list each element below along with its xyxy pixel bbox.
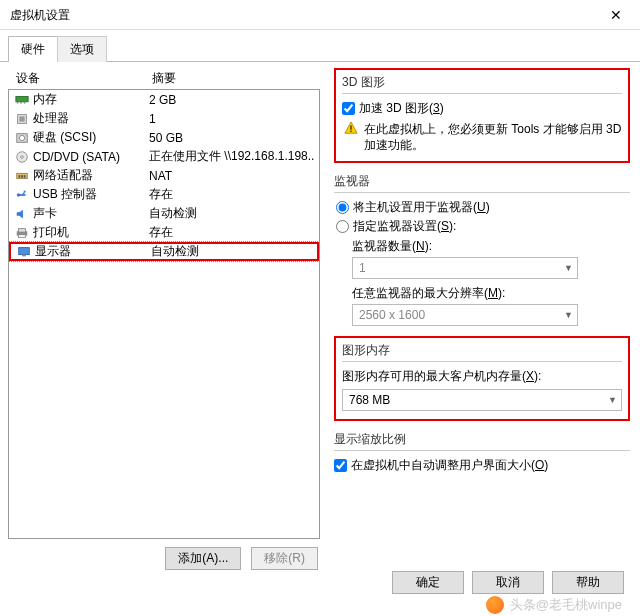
display-icon [17, 245, 35, 259]
remove-button: 移除(R) [251, 547, 318, 570]
3d-warning-text: 在此虚拟机上，您必须更新 Tools 才能够启用 3D 加速功能。 [364, 121, 622, 153]
cancel-button[interactable]: 取消 [472, 571, 544, 594]
chevron-down-icon: ▼ [564, 310, 573, 320]
memory-icon [15, 93, 33, 107]
tabs: 硬件 选项 [8, 36, 640, 62]
chevron-down-icon: ▼ [608, 395, 617, 405]
auto-resize-checkbox[interactable]: 在虚拟机中自动调整用户界面大小(O) [334, 457, 630, 474]
watermark-icon [486, 596, 504, 614]
svg-rect-1 [17, 101, 19, 103]
accelerate-3d-checkbox[interactable]: 加速 3D 图形(3) [342, 100, 622, 117]
gmem-select[interactable]: 768 MB ▼ [342, 389, 622, 411]
watermark-text: 头条@老毛桃winpe [510, 596, 622, 614]
hardware-header: 设备 摘要 [8, 68, 320, 89]
hardware-panel: 设备 摘要 内存 2 GB 处理器 1 硬盘 (SCSI) 50 GB CD/D… [8, 68, 320, 570]
svg-rect-22 [350, 131, 351, 132]
group-3d-graphics: 3D 图形 加速 3D 图形(3) 在此虚拟机上，您必须更新 Tools 才能够… [334, 68, 630, 163]
group-graphics-memory: 图形内存 图形内存可用的最大客户机内存量(X): 768 MB ▼ [334, 336, 630, 421]
hardware-buttons: 添加(A)... 移除(R) [8, 547, 318, 570]
watermark: 头条@老毛桃winpe [486, 596, 622, 614]
chevron-down-icon: ▼ [564, 263, 573, 273]
ok-button[interactable]: 确定 [392, 571, 464, 594]
hw-disk[interactable]: 硬盘 (SCSI) 50 GB [9, 128, 319, 147]
hw-sound[interactable]: 声卡 自动检测 [9, 204, 319, 223]
window-title: 虚拟机设置 [10, 0, 70, 30]
svg-rect-12 [21, 175, 23, 178]
svg-rect-15 [24, 190, 26, 192]
content: 设备 摘要 内存 2 GB 处理器 1 硬盘 (SCSI) 50 GB CD/D… [0, 62, 640, 570]
usb-icon [15, 188, 33, 202]
hw-printer[interactable]: 打印机 存在 [9, 223, 319, 242]
group-gmem-title: 图形内存 [342, 342, 622, 361]
group-3d-title: 3D 图形 [342, 74, 622, 93]
tab-hardware[interactable]: 硬件 [8, 36, 58, 62]
cd-icon [15, 150, 33, 164]
hw-usb[interactable]: USB 控制器 存在 [9, 185, 319, 204]
radio-specify[interactable]: 指定监视器设置(S): [336, 218, 630, 235]
svg-rect-17 [19, 228, 26, 232]
col-device: 设备 [16, 70, 152, 87]
monitor-count-select: 1 ▼ [352, 257, 578, 279]
help-button[interactable]: 帮助 [552, 571, 624, 594]
tab-options[interactable]: 选项 [57, 36, 107, 62]
svg-point-7 [19, 135, 24, 140]
titlebar: 虚拟机设置 ✕ [0, 0, 640, 30]
hw-display[interactable]: 显示器 自动检测 [9, 242, 319, 261]
group-zoom-title: 显示缩放比例 [334, 431, 630, 450]
disk-icon [15, 131, 33, 145]
svg-rect-13 [24, 175, 26, 178]
printer-icon [15, 226, 33, 240]
cpu-icon [15, 112, 33, 126]
monitor-maxres-select: 2560 x 1600 ▼ [352, 304, 578, 326]
svg-rect-18 [19, 234, 26, 237]
close-icon[interactable]: ✕ [596, 0, 636, 30]
monitor-count-row: 监视器数量(N): 1 ▼ [352, 238, 630, 279]
group-monitors-title: 监视器 [334, 173, 630, 192]
hw-network[interactable]: 网络适配器 NAT [9, 166, 319, 185]
svg-rect-20 [22, 254, 26, 256]
add-button[interactable]: 添加(A)... [165, 547, 241, 570]
svg-rect-2 [20, 101, 22, 103]
hw-cpu[interactable]: 处理器 1 [9, 109, 319, 128]
group-monitors: 监视器 将主机设置用于监视器(U) 指定监视器设置(S): 监视器数量(N): … [334, 173, 630, 326]
3d-warning: 在此虚拟机上，您必须更新 Tools 才能够启用 3D 加速功能。 [342, 121, 622, 153]
hardware-list: 内存 2 GB 处理器 1 硬盘 (SCSI) 50 GB CD/DVD (SA… [8, 89, 320, 539]
settings-panel: 3D 图形 加速 3D 图形(3) 在此虚拟机上，您必须更新 Tools 才能够… [334, 68, 630, 570]
svg-rect-0 [16, 96, 28, 101]
radio-use-host[interactable]: 将主机设置用于监视器(U) [336, 199, 630, 216]
gmem-label: 图形内存可用的最大客户机内存量(X): [342, 368, 622, 385]
hw-cddvd[interactable]: CD/DVD (SATA) 正在使用文件 \\192.168.1.198... [9, 147, 319, 166]
hw-memory[interactable]: 内存 2 GB [9, 90, 319, 109]
svg-rect-11 [19, 175, 21, 178]
warning-icon [344, 121, 358, 135]
sound-icon [15, 207, 33, 221]
svg-rect-3 [24, 101, 26, 103]
group-zoom: 显示缩放比例 在虚拟机中自动调整用户界面大小(O) [334, 431, 630, 474]
dialog-buttons: 确定 取消 帮助 [392, 571, 624, 594]
monitor-maxres-row: 任意监视器的最大分辨率(M): 2560 x 1600 ▼ [352, 285, 630, 326]
svg-rect-5 [19, 116, 24, 121]
svg-point-9 [21, 155, 24, 158]
svg-rect-21 [350, 125, 351, 129]
network-icon [15, 169, 33, 183]
col-summary: 摘要 [152, 70, 176, 87]
svg-rect-19 [19, 247, 30, 254]
